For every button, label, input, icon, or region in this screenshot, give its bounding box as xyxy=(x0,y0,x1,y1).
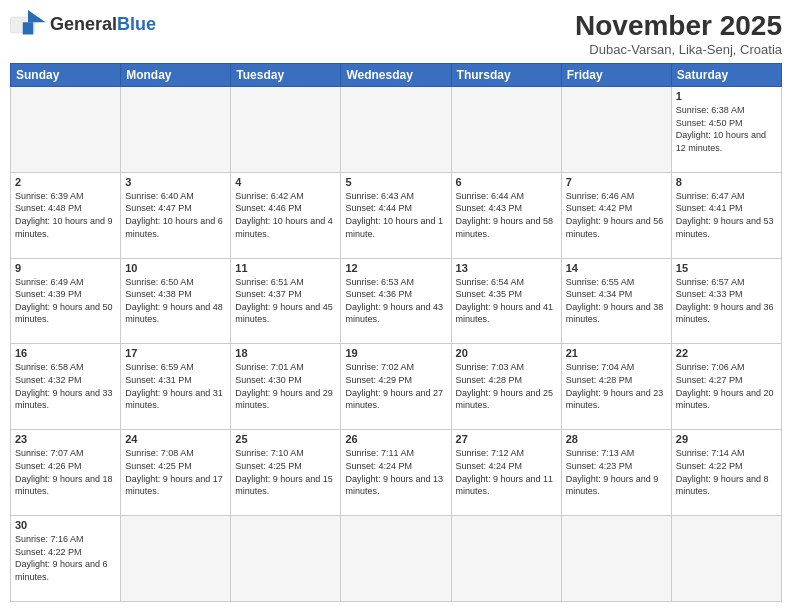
day-info: Sunrise: 6:53 AMSunset: 4:36 PMDaylight:… xyxy=(345,276,446,326)
logo: GeneralBlue xyxy=(10,10,156,38)
day-info: Sunrise: 7:06 AMSunset: 4:27 PMDaylight:… xyxy=(676,361,777,411)
calendar-cell-w2-d6: 7Sunrise: 6:46 AMSunset: 4:42 PMDaylight… xyxy=(561,172,671,258)
day-number: 28 xyxy=(566,433,667,445)
day-info: Sunrise: 6:38 AMSunset: 4:50 PMDaylight:… xyxy=(676,104,777,154)
day-info: Sunrise: 7:02 AMSunset: 4:29 PMDaylight:… xyxy=(345,361,446,411)
calendar-cell-w5-d6: 28Sunrise: 7:13 AMSunset: 4:23 PMDayligh… xyxy=(561,430,671,516)
day-number: 24 xyxy=(125,433,226,445)
location-subtitle: Dubac-Varsan, Lika-Senj, Croatia xyxy=(575,42,782,57)
header: GeneralBlue November 2025 Dubac-Varsan, … xyxy=(10,10,782,57)
day-info: Sunrise: 6:39 AMSunset: 4:48 PMDaylight:… xyxy=(15,190,116,240)
day-info: Sunrise: 7:04 AMSunset: 4:28 PMDaylight:… xyxy=(566,361,667,411)
calendar-cell-w5-d7: 29Sunrise: 7:14 AMSunset: 4:22 PMDayligh… xyxy=(671,430,781,516)
calendar-cell-w4-d3: 18Sunrise: 7:01 AMSunset: 4:30 PMDayligh… xyxy=(231,344,341,430)
day-number: 23 xyxy=(15,433,116,445)
svg-rect-2 xyxy=(23,22,34,34)
day-info: Sunrise: 6:42 AMSunset: 4:46 PMDaylight:… xyxy=(235,190,336,240)
day-number: 15 xyxy=(676,262,777,274)
day-number: 22 xyxy=(676,347,777,359)
day-number: 11 xyxy=(235,262,336,274)
day-info: Sunrise: 7:07 AMSunset: 4:26 PMDaylight:… xyxy=(15,447,116,497)
calendar-cell-w2-d5: 6Sunrise: 6:44 AMSunset: 4:43 PMDaylight… xyxy=(451,172,561,258)
day-number: 10 xyxy=(125,262,226,274)
day-number: 26 xyxy=(345,433,446,445)
col-sunday: Sunday xyxy=(11,64,121,87)
calendar-cell-w5-d4: 26Sunrise: 7:11 AMSunset: 4:24 PMDayligh… xyxy=(341,430,451,516)
calendar-week-4: 16Sunrise: 6:58 AMSunset: 4:32 PMDayligh… xyxy=(11,344,782,430)
day-number: 2 xyxy=(15,176,116,188)
day-number: 5 xyxy=(345,176,446,188)
day-number: 8 xyxy=(676,176,777,188)
day-number: 20 xyxy=(456,347,557,359)
day-info: Sunrise: 6:47 AMSunset: 4:41 PMDaylight:… xyxy=(676,190,777,240)
day-number: 27 xyxy=(456,433,557,445)
day-info: Sunrise: 7:10 AMSunset: 4:25 PMDaylight:… xyxy=(235,447,336,497)
calendar-cell-w6-d4 xyxy=(341,516,451,602)
day-number: 9 xyxy=(15,262,116,274)
day-info: Sunrise: 6:50 AMSunset: 4:38 PMDaylight:… xyxy=(125,276,226,326)
calendar-cell-w1-d6 xyxy=(561,87,671,173)
day-number: 6 xyxy=(456,176,557,188)
day-number: 7 xyxy=(566,176,667,188)
day-info: Sunrise: 7:16 AMSunset: 4:22 PMDaylight:… xyxy=(15,533,116,583)
day-info: Sunrise: 6:43 AMSunset: 4:44 PMDaylight:… xyxy=(345,190,446,240)
day-number: 25 xyxy=(235,433,336,445)
calendar-week-1: 1Sunrise: 6:38 AMSunset: 4:50 PMDaylight… xyxy=(11,87,782,173)
calendar-cell-w3-d2: 10Sunrise: 6:50 AMSunset: 4:38 PMDayligh… xyxy=(121,258,231,344)
col-friday: Friday xyxy=(561,64,671,87)
day-info: Sunrise: 7:08 AMSunset: 4:25 PMDaylight:… xyxy=(125,447,226,497)
logo-text: GeneralBlue xyxy=(50,14,156,35)
calendar-cell-w2-d4: 5Sunrise: 6:43 AMSunset: 4:44 PMDaylight… xyxy=(341,172,451,258)
col-thursday: Thursday xyxy=(451,64,561,87)
calendar-table: Sunday Monday Tuesday Wednesday Thursday… xyxy=(10,63,782,602)
day-info: Sunrise: 6:40 AMSunset: 4:47 PMDaylight:… xyxy=(125,190,226,240)
col-saturday: Saturday xyxy=(671,64,781,87)
calendar-cell-w1-d7: 1Sunrise: 6:38 AMSunset: 4:50 PMDaylight… xyxy=(671,87,781,173)
day-number: 1 xyxy=(676,90,777,102)
month-title: November 2025 xyxy=(575,10,782,42)
calendar-week-2: 2Sunrise: 6:39 AMSunset: 4:48 PMDaylight… xyxy=(11,172,782,258)
day-number: 12 xyxy=(345,262,446,274)
calendar-cell-w1-d3 xyxy=(231,87,341,173)
day-info: Sunrise: 6:59 AMSunset: 4:31 PMDaylight:… xyxy=(125,361,226,411)
day-info: Sunrise: 7:03 AMSunset: 4:28 PMDaylight:… xyxy=(456,361,557,411)
calendar-cell-w6-d2 xyxy=(121,516,231,602)
calendar-cell-w1-d2 xyxy=(121,87,231,173)
day-info: Sunrise: 6:55 AMSunset: 4:34 PMDaylight:… xyxy=(566,276,667,326)
calendar-cell-w6-d7 xyxy=(671,516,781,602)
col-wednesday: Wednesday xyxy=(341,64,451,87)
title-block: November 2025 Dubac-Varsan, Lika-Senj, C… xyxy=(575,10,782,57)
day-number: 13 xyxy=(456,262,557,274)
calendar-cell-w5-d3: 25Sunrise: 7:10 AMSunset: 4:25 PMDayligh… xyxy=(231,430,341,516)
day-info: Sunrise: 6:44 AMSunset: 4:43 PMDaylight:… xyxy=(456,190,557,240)
day-info: Sunrise: 7:13 AMSunset: 4:23 PMDaylight:… xyxy=(566,447,667,497)
calendar-header-row: Sunday Monday Tuesday Wednesday Thursday… xyxy=(11,64,782,87)
page: GeneralBlue November 2025 Dubac-Varsan, … xyxy=(0,0,792,612)
calendar-cell-w6-d3 xyxy=(231,516,341,602)
day-number: 14 xyxy=(566,262,667,274)
day-number: 16 xyxy=(15,347,116,359)
calendar-cell-w4-d5: 20Sunrise: 7:03 AMSunset: 4:28 PMDayligh… xyxy=(451,344,561,430)
calendar-cell-w3-d6: 14Sunrise: 6:55 AMSunset: 4:34 PMDayligh… xyxy=(561,258,671,344)
generalblue-logo-icon xyxy=(10,10,46,38)
calendar-cell-w4-d1: 16Sunrise: 6:58 AMSunset: 4:32 PMDayligh… xyxy=(11,344,121,430)
day-info: Sunrise: 6:49 AMSunset: 4:39 PMDaylight:… xyxy=(15,276,116,326)
day-info: Sunrise: 7:11 AMSunset: 4:24 PMDaylight:… xyxy=(345,447,446,497)
calendar-cell-w3-d5: 13Sunrise: 6:54 AMSunset: 4:35 PMDayligh… xyxy=(451,258,561,344)
calendar-cell-w4-d2: 17Sunrise: 6:59 AMSunset: 4:31 PMDayligh… xyxy=(121,344,231,430)
calendar-cell-w5-d5: 27Sunrise: 7:12 AMSunset: 4:24 PMDayligh… xyxy=(451,430,561,516)
calendar-week-6: 30Sunrise: 7:16 AMSunset: 4:22 PMDayligh… xyxy=(11,516,782,602)
day-number: 29 xyxy=(676,433,777,445)
day-number: 19 xyxy=(345,347,446,359)
calendar-cell-w3-d3: 11Sunrise: 6:51 AMSunset: 4:37 PMDayligh… xyxy=(231,258,341,344)
calendar-cell-w3-d1: 9Sunrise: 6:49 AMSunset: 4:39 PMDaylight… xyxy=(11,258,121,344)
col-tuesday: Tuesday xyxy=(231,64,341,87)
calendar-cell-w2-d2: 3Sunrise: 6:40 AMSunset: 4:47 PMDaylight… xyxy=(121,172,231,258)
day-info: Sunrise: 6:58 AMSunset: 4:32 PMDaylight:… xyxy=(15,361,116,411)
calendar-cell-w1-d1 xyxy=(11,87,121,173)
calendar-cell-w2-d3: 4Sunrise: 6:42 AMSunset: 4:46 PMDaylight… xyxy=(231,172,341,258)
calendar-week-5: 23Sunrise: 7:07 AMSunset: 4:26 PMDayligh… xyxy=(11,430,782,516)
day-number: 3 xyxy=(125,176,226,188)
day-info: Sunrise: 7:14 AMSunset: 4:22 PMDaylight:… xyxy=(676,447,777,497)
calendar-cell-w2-d1: 2Sunrise: 6:39 AMSunset: 4:48 PMDaylight… xyxy=(11,172,121,258)
